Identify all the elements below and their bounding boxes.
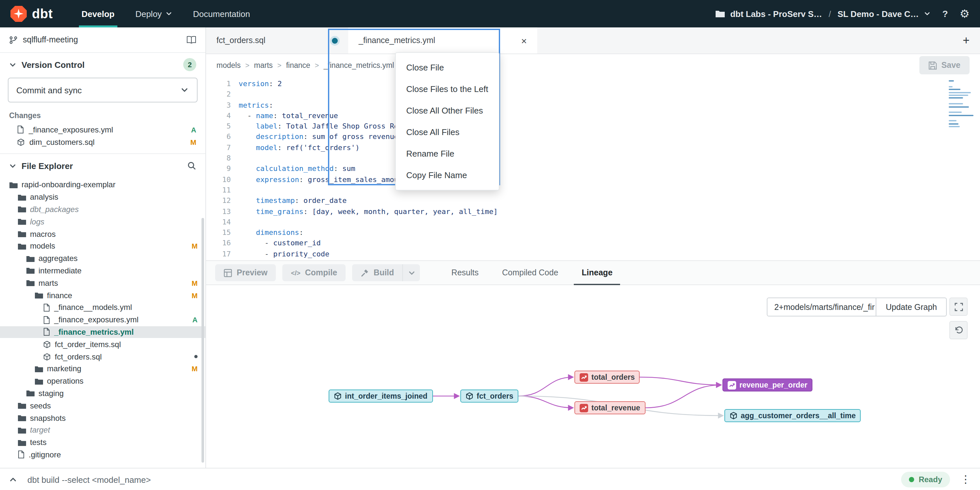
change-item[interactable]: _finance_exposures.ymlA bbox=[0, 123, 205, 136]
cube-icon bbox=[43, 341, 51, 348]
version-control-header[interactable]: Version Control 2 bbox=[0, 53, 205, 77]
tree-item-analysis[interactable]: analysis bbox=[0, 191, 205, 204]
folder-icon bbox=[18, 414, 26, 421]
lineage-node-revenue-per-order[interactable]: revenue_per_order bbox=[722, 378, 813, 391]
lineage-node-fct-orders[interactable]: fct_orders bbox=[460, 389, 519, 402]
folder-icon bbox=[26, 255, 35, 262]
breadcrumb-item[interactable]: models bbox=[216, 61, 240, 69]
tree-item-fct-order-items-sql[interactable]: fct_order_items.sql bbox=[0, 338, 205, 351]
account-switcher[interactable]: dbt Labs - ProServ S… / SL Demo - Dave C… bbox=[715, 9, 931, 19]
editor-column: fct_orders.sql _finance_metrics.yml × + … bbox=[206, 27, 980, 468]
chevron-down-icon[interactable] bbox=[172, 78, 197, 102]
menu-item-close-file[interactable]: Close File bbox=[396, 57, 499, 78]
update-graph-button[interactable]: Update Graph bbox=[877, 297, 947, 316]
dbt-logo-icon bbox=[10, 6, 27, 22]
lineage-node-total-orders[interactable]: total_orders bbox=[574, 370, 640, 384]
docs-book-icon[interactable] bbox=[186, 36, 196, 44]
menu-item-copy-file-name[interactable]: Copy File Name bbox=[396, 164, 499, 186]
tree-item-tests[interactable]: tests bbox=[0, 436, 205, 449]
result-tab-lineage[interactable]: Lineage bbox=[570, 261, 624, 284]
result-tab-results[interactable]: Results bbox=[440, 261, 490, 284]
build-button[interactable]: Build bbox=[352, 264, 402, 281]
more-options-icon[interactable]: ⋮ bbox=[961, 474, 971, 485]
new-tab-button[interactable]: + bbox=[963, 34, 970, 47]
preview-label: Preview bbox=[237, 268, 268, 277]
tree-item-marts[interactable]: martsM bbox=[0, 277, 205, 289]
breadcrumb-separator: > bbox=[277, 61, 282, 69]
lineage-selector-input[interactable]: 2+models/marts/finance/_fir bbox=[767, 297, 877, 316]
cube-icon bbox=[17, 138, 25, 146]
chevron-up-icon[interactable] bbox=[9, 476, 17, 484]
fullscreen-icon[interactable] bbox=[949, 297, 967, 316]
branch-row[interactable]: sqlfluff-meeting bbox=[0, 27, 205, 53]
tab-fct-orders-sql[interactable]: fct_orders.sql bbox=[206, 27, 348, 54]
tree-item-marketing[interactable]: marketingM bbox=[0, 363, 205, 375]
top-nav: dbt DevelopDeployDocumentation dbt Labs … bbox=[0, 0, 980, 27]
tree-item--finance-metrics-yml[interactable]: _finance_metrics.yml bbox=[0, 326, 205, 338]
tree-item--finance-models-yml[interactable]: _finance__models.yml bbox=[0, 302, 205, 314]
menu-item-close-all-other-files[interactable]: Close All Other Files bbox=[396, 100, 499, 121]
help-icon[interactable]: ? bbox=[942, 8, 948, 19]
breadcrumb: models>marts>finance>_finance_metrics.ym… bbox=[216, 61, 394, 69]
tree-item-fct-orders-sql[interactable]: fct_orders.sql bbox=[0, 350, 205, 363]
menu-item-rename-file[interactable]: Rename File bbox=[396, 143, 499, 164]
commit-and-sync-button[interactable]: Commit and sync bbox=[8, 78, 197, 102]
code-editor[interactable]: 1234567891011121314151617 version: 2 met… bbox=[206, 77, 980, 260]
tab-finance-metrics-yml[interactable]: _finance_metrics.yml × bbox=[348, 27, 537, 54]
close-icon[interactable]: × bbox=[521, 35, 527, 45]
command-input[interactable]: dbt build --select <model_name> bbox=[27, 475, 151, 484]
tree-item-intermediate[interactable]: intermediate bbox=[0, 265, 205, 277]
reset-view-icon[interactable] bbox=[949, 321, 967, 339]
lineage-node-int-order-items-joined[interactable]: int_order_items_joined bbox=[329, 389, 433, 402]
editor-tab-bar: fct_orders.sql _finance_metrics.yml × + bbox=[206, 27, 980, 54]
tree-item-logs[interactable]: logs bbox=[0, 215, 205, 228]
file-explorer-header[interactable]: File Explorer bbox=[0, 153, 205, 177]
search-icon[interactable] bbox=[187, 161, 196, 170]
nav-item-label: Deploy bbox=[135, 9, 162, 19]
build-options-chevron-icon[interactable] bbox=[402, 264, 420, 281]
tree-item-operations[interactable]: operations bbox=[0, 375, 205, 388]
git-status-badge: M bbox=[192, 279, 197, 287]
nav-item-documentation[interactable]: Documentation bbox=[183, 0, 261, 27]
save-button[interactable]: Save bbox=[920, 56, 970, 74]
minimap[interactable] bbox=[949, 80, 975, 129]
breadcrumb-item[interactable]: _finance_metrics.yml bbox=[323, 61, 394, 69]
sidebar-scrollbar[interactable] bbox=[202, 218, 204, 463]
tree-item--finance-exposures-yml[interactable]: _finance_exposures.ymlA bbox=[0, 314, 205, 326]
menu-item-close-files-to-the-left[interactable]: Close Files to the Left bbox=[396, 78, 499, 100]
tree-item-dbt-packages[interactable]: dbt_packages bbox=[0, 203, 205, 215]
tree-item-label: rapid-onboarding-exemplar bbox=[22, 180, 115, 190]
lineage-node-total-revenue[interactable]: total_revenue bbox=[574, 401, 646, 414]
breadcrumb-item[interactable]: marts bbox=[254, 61, 273, 69]
unsaved-indicator-icon bbox=[332, 38, 338, 43]
lineage-node-agg-customer-orders--all-time[interactable]: agg_customer_orders__all_time bbox=[724, 409, 861, 422]
tree-item-staging[interactable]: staging bbox=[0, 387, 205, 400]
tree-item-snapshots[interactable]: snapshots bbox=[0, 412, 205, 424]
change-file-name: dim_customers.sql bbox=[29, 137, 95, 147]
tree-item-macros[interactable]: macros bbox=[0, 228, 205, 240]
breadcrumb-item[interactable]: finance bbox=[286, 61, 310, 69]
metric-chart-icon bbox=[580, 373, 588, 381]
tree-item-models[interactable]: modelsM bbox=[0, 240, 205, 252]
tree-item-aggregates[interactable]: aggregates bbox=[0, 252, 205, 265]
chevron-down-icon bbox=[9, 162, 16, 169]
result-tab-compiled-code[interactable]: Compiled Code bbox=[490, 261, 570, 284]
tree-item--gitignore[interactable]: .gitignore bbox=[0, 449, 205, 461]
tree-item-target[interactable]: target bbox=[0, 424, 205, 436]
menu-item-close-all-files[interactable]: Close All Files bbox=[396, 121, 499, 143]
tree-item-label: models bbox=[30, 242, 55, 251]
dbt-logo[interactable]: dbt bbox=[10, 0, 53, 27]
preview-button[interactable]: Preview bbox=[215, 264, 276, 281]
gear-icon[interactable]: ⚙ bbox=[960, 8, 970, 19]
tree-item-seeds[interactable]: seeds bbox=[0, 400, 205, 412]
nav-item-deploy[interactable]: Deploy bbox=[125, 0, 183, 27]
tree-item-label: marts bbox=[38, 279, 58, 288]
tree-item-finance[interactable]: financeM bbox=[0, 289, 205, 302]
folder-icon bbox=[26, 279, 35, 287]
node-label: total_revenue bbox=[592, 404, 640, 412]
tree-item-rapid-onboarding-exemplar[interactable]: rapid-onboarding-exemplar bbox=[0, 179, 205, 191]
nav-item-develop[interactable]: Develop bbox=[71, 0, 125, 27]
compile-button[interactable]: </> Compile bbox=[283, 264, 346, 281]
change-item[interactable]: dim_customers.sqlM bbox=[0, 136, 205, 148]
folder-icon bbox=[18, 218, 26, 225]
